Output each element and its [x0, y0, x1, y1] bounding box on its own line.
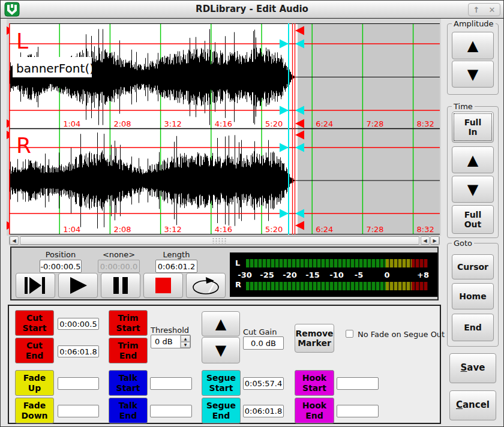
play-button[interactable] [58, 273, 98, 298]
full-out-button[interactable]: Full Out [452, 205, 494, 234]
waveform-display[interactable]: 1:041:042:082:083:123:124:164:165:205:20… [9, 23, 440, 234]
none-label: <none> [103, 250, 135, 259]
time-label: 1:04 [63, 119, 80, 128]
time-label: 3:12 [164, 225, 182, 234]
banner-text: bannerFont() [16, 61, 94, 76]
meter-bar-right [246, 282, 428, 290]
up-arrow-icon: ▲ [467, 38, 478, 53]
fade-down-button[interactable]: Fade Down [15, 398, 54, 423]
audio-level-meter: L R -30 -25 -20 -15 -10 -5 0 +8 [230, 252, 437, 297]
time-label: 2:08 [113, 119, 131, 128]
scroll-right-icon[interactable]: ▶ [430, 236, 439, 245]
close-window-icon[interactable]: ✕ [489, 6, 496, 14]
threshold-spinbox[interactable]: 0 dB ▲▼ [151, 335, 191, 348]
channel-label-right: R [16, 133, 31, 158]
hook-start-button[interactable]: Hook Start [295, 370, 334, 396]
cut-end-button[interactable]: Cut End [15, 338, 54, 363]
goto-end-button[interactable]: End [452, 314, 494, 341]
pause-button[interactable] [101, 273, 140, 298]
transport-panel: Position <none> Length -0:00:00.5 0:00:0… [10, 246, 439, 300]
loop-icon [190, 274, 221, 297]
length-field[interactable]: 0:06:01.2 [155, 260, 197, 273]
remove-marker-button[interactable]: Remove Marker [295, 324, 334, 353]
time-label: 4:16 [215, 225, 232, 234]
meter-scale-tick: -10 [329, 270, 344, 279]
stop-button[interactable] [143, 273, 183, 298]
trim-start-button[interactable]: Trim Start [109, 310, 148, 336]
shade-window-icon[interactable]: ↑ [473, 6, 480, 14]
play-icon [66, 275, 90, 296]
time-label: 2:08 [113, 225, 131, 234]
segue-start-button[interactable]: Segue Start [202, 370, 241, 396]
edit-audio-dialog: RDLibrary - Edit Audio ↑ ✕ 1:041:042:082… [0, 0, 504, 427]
meter-bar-left [246, 259, 428, 267]
talk-end-field[interactable] [150, 405, 192, 417]
play-from-start-icon [22, 275, 49, 296]
spin-up-icon[interactable]: ▲ [181, 335, 190, 342]
goto-home-button[interactable]: Home [452, 283, 494, 309]
time-label: 7:28 [366, 119, 383, 128]
cut-start-button[interactable]: Cut Start [15, 310, 54, 336]
meter-scale-tick: -25 [260, 270, 274, 279]
meter-scale-tick: -15 [305, 270, 320, 279]
loop-button[interactable] [186, 273, 226, 298]
talk-end-button[interactable]: Talk End [109, 398, 148, 423]
threshold-value[interactable]: 0 dB [151, 335, 180, 348]
time-label: 1:04 [63, 225, 80, 234]
meter-left-label: L [235, 258, 240, 267]
position-field[interactable]: -0:00:00.5 [40, 260, 82, 273]
no-fade-checkbox[interactable] [346, 330, 353, 338]
time-label: 7:28 [366, 225, 383, 234]
trim-end-button[interactable]: Trim End [109, 338, 148, 363]
talk-start-button[interactable]: Talk Start [109, 370, 148, 396]
scroll-left-icon[interactable]: ◀ [10, 236, 19, 245]
time-label: 5:20 [265, 119, 283, 128]
meter-right-label: R [235, 280, 241, 289]
cut-gain-field[interactable]: 0.0 dB [243, 336, 284, 350]
waveform-scrollbar[interactable]: ◀ ◀ ▶ [9, 236, 440, 245]
waveform-container: 1:041:042:082:083:123:124:164:165:205:20… [7, 19, 441, 236]
segue-end-field[interactable]: 0:06:01.8 [243, 405, 284, 417]
hook-end-button[interactable]: Hook End [295, 398, 334, 423]
talk-start-field[interactable] [150, 377, 192, 390]
up-arrow-icon: ▲ [215, 317, 226, 331]
marker-panel: Cut Start 0:00:00.5 Cut End 0:06:01.8 Tr… [8, 305, 441, 424]
amplitude-down-button[interactable]: ▼ [452, 61, 494, 88]
gain-up-button[interactable]: ▲ [202, 311, 240, 336]
scrollbar-thumb[interactable] [20, 236, 419, 245]
scroll-left-icon[interactable]: ◀ [421, 236, 430, 245]
hook-start-field[interactable] [337, 377, 379, 390]
fade-up-button[interactable]: Fade Up [15, 370, 54, 396]
cancel-button[interactable]: Cancel [449, 390, 496, 420]
hook-end-field[interactable] [337, 405, 379, 417]
fade-up-field[interactable] [58, 377, 99, 390]
time-label: 8:32 [417, 119, 434, 128]
segue-start-field[interactable]: 0:05:57.4 [243, 377, 284, 390]
time-label: 5:20 [265, 225, 283, 234]
no-fade-label: No Fade on Segue Out [358, 330, 445, 339]
window-controls: ↑ ✕ [468, 3, 500, 16]
full-in-button[interactable]: Full In [452, 112, 494, 143]
cut-gain-label: Cut Gain [243, 327, 277, 336]
save-button[interactable]: Save [449, 353, 496, 383]
cut-end-field[interactable]: 0:06:01.8 [58, 345, 99, 357]
play-from-start-button[interactable] [16, 273, 55, 298]
threshold-spin-arrows: ▲▼ [180, 335, 190, 348]
up-arrow-icon: ▲ [467, 153, 478, 167]
down-arrow-icon: ▼ [215, 343, 226, 357]
time-up-button[interactable]: ▲ [452, 146, 494, 173]
pause-icon [110, 275, 131, 296]
time-down-button[interactable]: ▼ [452, 176, 494, 203]
scrollbar-grip-icon [212, 237, 227, 243]
meter-scale-tick: -5 [355, 270, 363, 279]
time-label: 3:12 [164, 119, 182, 128]
spin-down-icon[interactable]: ▼ [181, 342, 190, 348]
goto-cursor-button[interactable]: Cursor [452, 254, 494, 279]
fade-down-field[interactable] [58, 405, 99, 417]
segue-end-button[interactable]: Segue End [202, 398, 241, 423]
gain-down-button[interactable]: ▼ [202, 337, 240, 363]
amplitude-group-label: Amplitude [452, 19, 496, 28]
amplitude-up-button[interactable]: ▲ [452, 32, 494, 59]
cut-start-field[interactable]: 0:00:00.5 [58, 318, 99, 330]
channel-label-left: L [16, 29, 28, 53]
